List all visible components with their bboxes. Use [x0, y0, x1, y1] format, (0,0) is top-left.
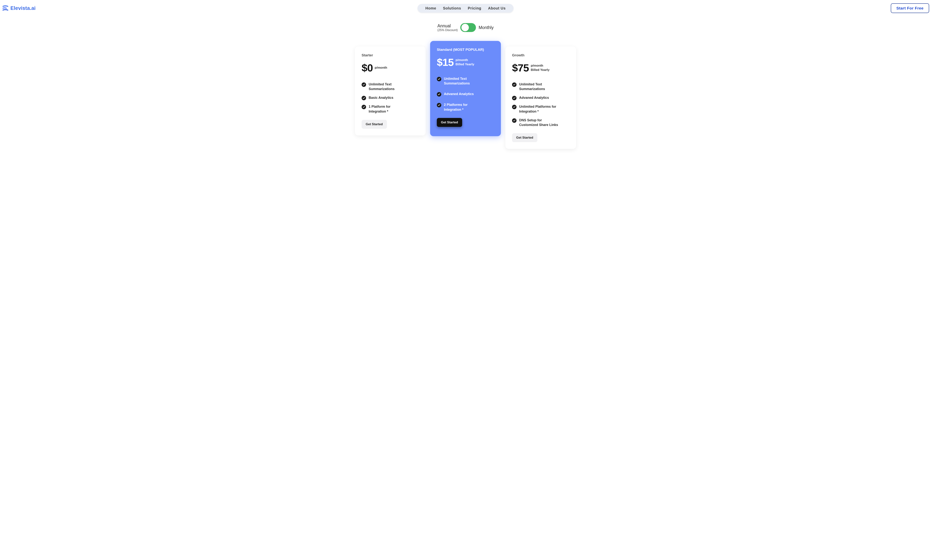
logo[interactable]: Elevista.ai	[2, 5, 36, 11]
plan-billing: Billed Yearly	[455, 62, 474, 66]
feature-text: Unlimited Text Summarizations	[369, 82, 408, 91]
price-row: $0 p/month	[361, 62, 419, 74]
billing-switch[interactable]	[460, 23, 476, 32]
plan-price: $15	[437, 56, 454, 68]
feature-item: Basic Analytics	[361, 95, 419, 100]
billing-toggle: Annual (25% Discount) Monthly	[2, 23, 929, 32]
plan-period: p/month	[375, 66, 387, 70]
plan-price-sub: p/month	[375, 66, 387, 70]
plan-billing: Billed Yearly	[531, 68, 550, 72]
switch-knob	[462, 24, 469, 31]
feature-item: Unlimited Text Summarizations	[437, 77, 494, 86]
get-started-button[interactable]: Get Started	[437, 118, 462, 127]
check-icon	[361, 82, 366, 87]
nav-about-us[interactable]: About Us	[488, 6, 505, 11]
feature-text: 1 Platform for Integration *	[369, 105, 408, 114]
check-icon	[512, 118, 517, 123]
plan-features: Unlimited Text Summarizations Advaned An…	[437, 77, 494, 112]
price-row: $75 p/month Billed Yearly	[512, 62, 570, 74]
billing-annual-sub: (25% Discount)	[437, 28, 458, 32]
plan-name: Standard (MOST POPULAR)	[437, 48, 494, 52]
plan-price-sub: p/month Billed Yearly	[531, 64, 550, 72]
check-icon	[512, 105, 517, 109]
header: Elevista.ai Home Solutions Pricing About…	[2, 3, 929, 13]
feature-text: Unlimited Platforms for Integration *	[519, 105, 558, 114]
plan-card-standard: Standard (MOST POPULAR) $15 p/month Bill…	[430, 41, 501, 136]
nav-home[interactable]: Home	[426, 6, 436, 11]
billing-annual-text: Annual	[437, 23, 458, 28]
feature-text: Advaned Analytics	[519, 95, 549, 100]
price-row: $15 p/month Billed Yearly	[437, 56, 494, 68]
feature-text: DNS Setup for Customized Share Links	[519, 118, 558, 127]
get-started-button[interactable]: Get Started	[361, 120, 387, 129]
feature-item: DNS Setup for Customized Share Links	[512, 118, 570, 127]
check-icon	[361, 105, 366, 109]
nav-pricing[interactable]: Pricing	[468, 6, 481, 11]
feature-item: Unlimited Text Summarizations	[361, 82, 419, 91]
check-icon	[512, 82, 517, 87]
check-icon	[361, 96, 366, 100]
main-nav: Home Solutions Pricing About Us	[418, 4, 514, 13]
start-for-free-button[interactable]: Start For Free	[891, 3, 929, 13]
feature-text: 2 Platforms for Integration *	[444, 103, 483, 112]
check-icon	[437, 92, 441, 97]
plan-price: $0	[361, 62, 373, 74]
billing-annual-label: Annual (25% Discount)	[437, 23, 458, 32]
logo-icon	[2, 5, 9, 11]
feature-item: Advaned Analytics	[512, 95, 570, 100]
feature-text: Unlimited Text Summarizations	[519, 82, 558, 91]
logo-text: Elevista.ai	[11, 5, 36, 11]
plan-name: Growth	[512, 53, 570, 57]
plan-period: p/month	[455, 58, 474, 62]
plan-price: $75	[512, 62, 529, 74]
plan-name: Starter	[361, 53, 419, 57]
get-started-button[interactable]: Get Started	[512, 133, 537, 142]
feature-text: Advaned Analytics	[444, 92, 474, 96]
feature-text: Basic Analytics	[369, 95, 393, 100]
nav-solutions[interactable]: Solutions	[443, 6, 461, 11]
plan-features: Unlimited Text Summarizations Basic Anal…	[361, 82, 419, 114]
plan-period: p/month	[531, 64, 550, 68]
check-icon	[437, 103, 441, 107]
plan-card-growth: Growth $75 p/month Billed Yearly Unlimit…	[505, 46, 576, 149]
plan-features: Unlimited Text Summarizations Advaned An…	[512, 82, 570, 127]
check-icon	[437, 77, 441, 81]
feature-item: Unlimited Platforms for Integration *	[512, 105, 570, 114]
plan-price-sub: p/month Billed Yearly	[455, 58, 474, 66]
feature-item: 2 Platforms for Integration *	[437, 103, 494, 112]
feature-item: Unlimited Text Summarizations	[512, 82, 570, 91]
feature-item: Advaned Analytics	[437, 92, 494, 97]
pricing-cards: Starter $0 p/month Unlimited Text Summar…	[2, 46, 929, 149]
check-icon	[512, 96, 517, 100]
billing-monthly-label: Monthly	[479, 25, 494, 30]
feature-item: 1 Platform for Integration *	[361, 105, 419, 114]
plan-card-starter: Starter $0 p/month Unlimited Text Summar…	[355, 46, 426, 135]
billing-monthly-text: Monthly	[479, 25, 494, 30]
feature-text: Unlimited Text Summarizations	[444, 77, 483, 86]
